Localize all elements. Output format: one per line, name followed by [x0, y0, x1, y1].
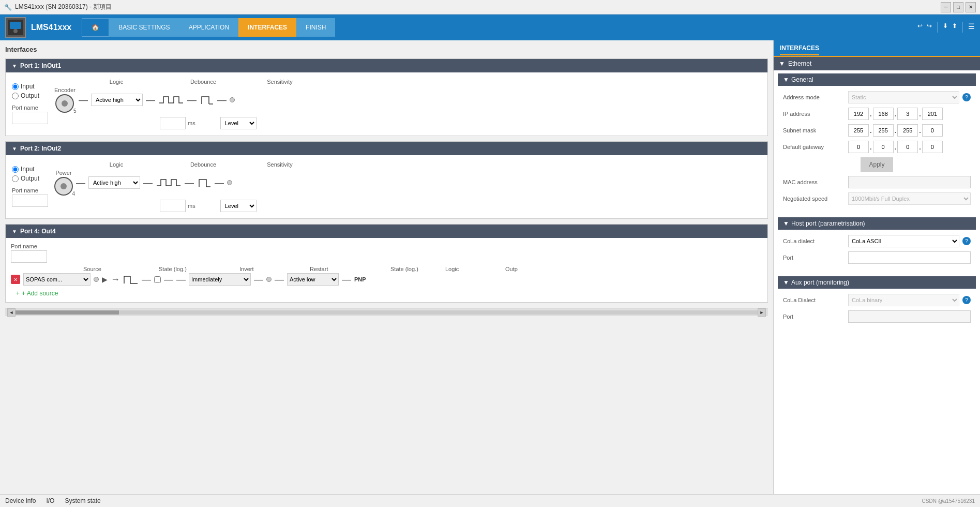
ip-octet1[interactable]: [848, 108, 869, 120]
nav-tab-basic[interactable]: BASIC SETTINGS: [109, 18, 179, 37]
port2-name-input[interactable]: InOut2: [12, 195, 48, 207]
port2-input-radio-row: Input: [12, 166, 48, 173]
maximize-button[interactable]: □: [953, 2, 963, 12]
scroll-track: [16, 310, 758, 315]
cola-dialect-help-icon[interactable]: ?: [962, 237, 971, 245]
port1-header[interactable]: ▼ Port 1: InOut1: [6, 59, 767, 72]
port4-col-headers: Source State (log.) Invert Restart State…: [83, 266, 762, 272]
nav-tab-finish[interactable]: FINISH: [296, 18, 335, 37]
action-icon-3[interactable]: ⬇: [943, 22, 948, 33]
port4-dash-s6: —: [275, 274, 284, 285]
apply-button[interactable]: Apply: [861, 157, 893, 172]
port1-chevron-icon: ▼: [12, 63, 17, 69]
action-icon-1[interactable]: ↩: [917, 22, 923, 33]
host-port-header[interactable]: ▼ Host port (parametrisation): [778, 217, 976, 230]
port4-signal-shape: [123, 273, 139, 286]
port4-dash-s7: —: [342, 274, 351, 285]
port1-input-radio[interactable]: [12, 83, 19, 90]
separator2: [962, 22, 963, 33]
ip-address-row: IP address . . .: [783, 108, 971, 120]
subnet-octet2[interactable]: [873, 124, 894, 137]
aux-port-header[interactable]: ▼ Aux port (monitoring): [778, 276, 976, 289]
port4-invert-checkbox[interactable]: [154, 276, 161, 283]
app-icon-small: 🔧: [4, 4, 12, 11]
port1-sensitivity-select[interactable]: Level Edge: [220, 117, 257, 129]
scroll-left-button[interactable]: ◄: [7, 308, 16, 317]
subnet-dot2: .: [895, 127, 897, 135]
port1-name-input[interactable]: InOut1: [12, 112, 48, 124]
action-icon-2[interactable]: ↪: [927, 22, 932, 33]
nav-tab-application[interactable]: APPLICATION: [179, 18, 238, 37]
minimize-button[interactable]: ─: [941, 2, 951, 12]
port4-source-select[interactable]: SOPAS com...: [23, 273, 91, 286]
port4-chevron-icon: ▼: [12, 229, 17, 234]
add-source-button[interactable]: + + Add source: [16, 290, 762, 297]
ip-octet2[interactable]: [873, 108, 894, 120]
port2-sensitivity-select[interactable]: Level Edge: [220, 200, 257, 212]
ip-octet3[interactable]: [897, 108, 918, 120]
port1-signal-indicator: [230, 97, 235, 102]
port4-restart-select[interactable]: Immediately After timeout: [189, 273, 251, 286]
port1-logic-label: Logic: [85, 79, 147, 85]
port2-debounce-row: 10 ms Level Edge: [54, 200, 761, 212]
host-port-input[interactable]: 2112: [848, 251, 971, 264]
nav-tab-interfaces[interactable]: INTERFACES: [238, 18, 296, 37]
gateway-octet1[interactable]: [848, 141, 869, 153]
subnet-octet4[interactable]: [922, 124, 943, 137]
port4-delete-button[interactable]: ✕: [11, 275, 20, 284]
gateway-octet3[interactable]: [897, 141, 918, 153]
port1-debounce-row: 10 ms Level Edge: [54, 117, 761, 129]
port2-output-radio[interactable]: [12, 175, 19, 182]
close-button[interactable]: ✕: [966, 2, 976, 12]
subnet-octet3[interactable]: [897, 124, 918, 137]
port2-device-label: Power: [55, 170, 71, 176]
system-state-link[interactable]: System state: [65, 497, 100, 504]
device-info-link[interactable]: Device info: [5, 497, 36, 504]
port4-dash-s2: —: [142, 274, 151, 285]
gateway-dot3: .: [919, 143, 921, 151]
port4-header[interactable]: ▼ Port 4: Out4: [6, 225, 767, 238]
port1-debounce-input[interactable]: 10: [160, 117, 186, 129]
port2-header[interactable]: ▼ Port 2: InOut2: [6, 142, 767, 155]
action-icon-4[interactable]: ⬆: [952, 22, 957, 33]
port4-logic-select[interactable]: Active low Active high: [287, 273, 339, 286]
general-title: General: [791, 76, 813, 83]
cola-dialect-select[interactable]: CoLa ASCII CoLa binary: [848, 235, 959, 247]
aux-port-subsection: ▼ Aux port (monitoring) CoLa Dialect CoL…: [778, 276, 976, 332]
aux-port-content: CoLa Dialect CoLa binary ? Port 2111: [778, 289, 976, 332]
port2-debounce-input[interactable]: 10: [160, 200, 186, 212]
subnet-octet1[interactable]: [848, 124, 869, 137]
gateway-octet2[interactable]: [873, 141, 894, 153]
action-icon-5[interactable]: ☰: [968, 22, 975, 33]
aux-cola-dialect-help-icon[interactable]: ?: [962, 296, 971, 304]
port2-wave-svg: [156, 175, 182, 190]
port1-encoder-icon: 5: [55, 94, 74, 113]
address-mode-select[interactable]: Static: [848, 91, 959, 103]
cola-dialect-row: CoLa dialect CoLa ASCII CoLa binary ?: [783, 235, 971, 247]
scroll-right-button[interactable]: ►: [758, 308, 766, 317]
nav-tab-home[interactable]: 🏠: [82, 18, 109, 37]
gateway-octet4[interactable]: [922, 141, 943, 153]
address-mode-help-icon[interactable]: ?: [962, 93, 971, 101]
port2-logic-select[interactable]: Active high Active low: [88, 176, 140, 189]
general-chevron-icon: ▼: [783, 76, 789, 83]
port1-output-radio[interactable]: [12, 93, 19, 99]
separator: [937, 22, 938, 33]
ip-octet4[interactable]: [922, 108, 943, 120]
scroll-thumb[interactable]: [16, 310, 119, 315]
right-panel-tab[interactable]: INTERFACES: [780, 44, 819, 55]
io-link[interactable]: I/O: [46, 497, 54, 504]
general-subsection: ▼ General Address mode Static ? IP addre…: [778, 73, 976, 214]
port1-logic-select[interactable]: Active high Active low: [91, 94, 143, 106]
port4-name-input[interactable]: Out4: [11, 250, 47, 263]
neg-speed-row: Negotiated speed 1000Mbit/s Full Duplex: [783, 192, 971, 205]
ethernet-header[interactable]: ▼ Ethernet: [774, 57, 980, 70]
port4-restart-col-label: Restart: [310, 266, 377, 272]
port2-chevron-icon: ▼: [12, 146, 17, 152]
port2-power-inner: [61, 183, 67, 189]
mac-input: 00 : 06 : 77 : 2F : 0 : 25: [848, 176, 971, 188]
host-port-subsection: ▼ Host port (parametrisation) CoLa diale…: [778, 217, 976, 273]
general-header[interactable]: ▼ General: [778, 73, 976, 86]
aux-cola-dialect-select: CoLa binary: [848, 294, 959, 306]
port2-input-radio[interactable]: [12, 166, 19, 173]
